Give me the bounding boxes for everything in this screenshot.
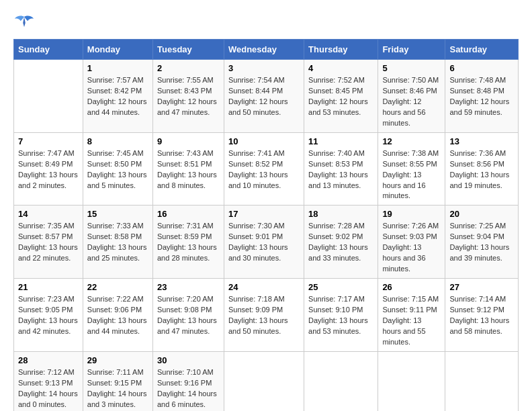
day-number: 2: [157, 63, 220, 73]
day-number: 22: [87, 282, 148, 292]
calendar-cell: 28Sunrise: 7:12 AMSunset: 9:13 PMDayligh…: [14, 351, 83, 411]
calendar-cell: [14, 60, 83, 133]
calendar-cell: 17Sunrise: 7:30 AMSunset: 9:01 PMDayligh…: [224, 205, 304, 279]
day-number: 7: [18, 136, 79, 146]
page-header: [13, 13, 519, 32]
calendar-cell: 8Sunrise: 7:45 AMSunset: 8:50 PMDaylight…: [83, 132, 152, 205]
calendar-cell: 30Sunrise: 7:10 AMSunset: 9:16 PMDayligh…: [153, 351, 224, 411]
day-info: Sunrise: 7:10 AMSunset: 9:16 PMDaylight:…: [157, 367, 220, 410]
week-row-1: 7Sunrise: 7:47 AMSunset: 8:49 PMDaylight…: [14, 132, 519, 205]
day-info: Sunrise: 7:17 AMSunset: 9:10 PMDaylight:…: [308, 294, 373, 337]
calendar-cell: 24Sunrise: 7:18 AMSunset: 9:09 PMDayligh…: [224, 279, 304, 352]
calendar-cell: 25Sunrise: 7:17 AMSunset: 9:10 PMDayligh…: [304, 279, 378, 352]
calendar-cell: 13Sunrise: 7:36 AMSunset: 8:56 PMDayligh…: [445, 132, 519, 205]
logo-icon: [13, 13, 35, 32]
day-number: 8: [87, 136, 148, 146]
day-number: 15: [87, 209, 148, 219]
day-number: 10: [228, 136, 300, 146]
day-number: 25: [308, 282, 373, 292]
calendar-cell: 11Sunrise: 7:40 AMSunset: 8:53 PMDayligh…: [304, 132, 378, 205]
day-number: 11: [308, 136, 373, 146]
week-row-0: 1Sunrise: 7:57 AMSunset: 8:42 PMDaylight…: [14, 60, 519, 133]
day-info: Sunrise: 7:35 AMSunset: 8:57 PMDaylight:…: [18, 221, 79, 264]
calendar-cell: 6Sunrise: 7:48 AMSunset: 8:48 PMDaylight…: [445, 60, 519, 133]
calendar-cell: 3Sunrise: 7:54 AMSunset: 8:44 PMDaylight…: [224, 60, 304, 133]
calendar-cell: [224, 351, 304, 411]
calendar-cell: 1Sunrise: 7:57 AMSunset: 8:42 PMDaylight…: [83, 60, 152, 133]
calendar-cell: 16Sunrise: 7:31 AMSunset: 8:59 PMDayligh…: [153, 205, 224, 279]
calendar-header: SundayMondayTuesdayWednesdayThursdayFrid…: [14, 40, 519, 60]
day-info: Sunrise: 7:36 AMSunset: 8:56 PMDaylight:…: [449, 148, 514, 191]
day-info: Sunrise: 7:28 AMSunset: 9:02 PMDaylight:…: [308, 221, 373, 264]
calendar-cell: 29Sunrise: 7:11 AMSunset: 9:15 PMDayligh…: [83, 351, 152, 411]
col-header-saturday: Saturday: [445, 40, 519, 60]
header-row: SundayMondayTuesdayWednesdayThursdayFrid…: [14, 40, 519, 60]
calendar-cell: 21Sunrise: 7:23 AMSunset: 9:05 PMDayligh…: [14, 279, 83, 352]
calendar-cell: 26Sunrise: 7:15 AMSunset: 9:11 PMDayligh…: [378, 279, 445, 352]
day-number: 4: [308, 63, 373, 73]
day-number: 9: [157, 136, 220, 146]
calendar-cell: 5Sunrise: 7:50 AMSunset: 8:46 PMDaylight…: [378, 60, 445, 133]
day-info: Sunrise: 7:14 AMSunset: 9:12 PMDaylight:…: [449, 294, 514, 337]
day-number: 14: [18, 209, 79, 219]
day-info: Sunrise: 7:18 AMSunset: 9:09 PMDaylight:…: [228, 294, 300, 337]
day-number: 21: [18, 282, 79, 292]
day-number: 27: [449, 282, 514, 292]
calendar-cell: 15Sunrise: 7:33 AMSunset: 8:58 PMDayligh…: [83, 205, 152, 279]
calendar-table: SundayMondayTuesdayWednesdayThursdayFrid…: [13, 39, 519, 411]
day-info: Sunrise: 7:31 AMSunset: 8:59 PMDaylight:…: [157, 221, 220, 264]
day-info: Sunrise: 7:54 AMSunset: 8:44 PMDaylight:…: [228, 75, 300, 118]
calendar-cell: 7Sunrise: 7:47 AMSunset: 8:49 PMDaylight…: [14, 132, 83, 205]
day-info: Sunrise: 7:38 AMSunset: 8:55 PMDaylight:…: [382, 148, 441, 202]
day-info: Sunrise: 7:33 AMSunset: 8:58 PMDaylight:…: [87, 221, 148, 264]
calendar-cell: [304, 351, 378, 411]
day-info: Sunrise: 7:57 AMSunset: 8:42 PMDaylight:…: [87, 75, 148, 118]
day-number: 18: [308, 209, 373, 219]
calendar-cell: 18Sunrise: 7:28 AMSunset: 9:02 PMDayligh…: [304, 205, 378, 279]
day-info: Sunrise: 7:15 AMSunset: 9:11 PMDaylight:…: [382, 294, 441, 348]
week-row-2: 14Sunrise: 7:35 AMSunset: 8:57 PMDayligh…: [14, 205, 519, 279]
day-info: Sunrise: 7:43 AMSunset: 8:51 PMDaylight:…: [157, 148, 220, 191]
day-number: 3: [228, 63, 300, 73]
calendar-cell: 10Sunrise: 7:41 AMSunset: 8:52 PMDayligh…: [224, 132, 304, 205]
day-info: Sunrise: 7:25 AMSunset: 9:04 PMDaylight:…: [449, 221, 514, 264]
calendar-cell: [445, 351, 519, 411]
day-info: Sunrise: 7:48 AMSunset: 8:48 PMDaylight:…: [449, 75, 514, 118]
day-info: Sunrise: 7:22 AMSunset: 9:06 PMDaylight:…: [87, 294, 148, 337]
day-info: Sunrise: 7:52 AMSunset: 8:45 PMDaylight:…: [308, 75, 373, 118]
day-info: Sunrise: 7:26 AMSunset: 9:03 PMDaylight:…: [382, 221, 441, 275]
calendar-cell: 4Sunrise: 7:52 AMSunset: 8:45 PMDaylight…: [304, 60, 378, 133]
day-number: 28: [18, 355, 79, 365]
col-header-thursday: Thursday: [304, 40, 378, 60]
col-header-wednesday: Wednesday: [224, 40, 304, 60]
day-info: Sunrise: 7:40 AMSunset: 8:53 PMDaylight:…: [308, 148, 373, 191]
day-number: 1: [87, 63, 148, 73]
day-info: Sunrise: 7:30 AMSunset: 9:01 PMDaylight:…: [228, 221, 300, 264]
calendar-cell: 19Sunrise: 7:26 AMSunset: 9:03 PMDayligh…: [378, 205, 445, 279]
day-info: Sunrise: 7:41 AMSunset: 8:52 PMDaylight:…: [228, 148, 300, 191]
day-number: 29: [87, 355, 148, 365]
calendar-cell: 2Sunrise: 7:55 AMSunset: 8:43 PMDaylight…: [153, 60, 224, 133]
day-info: Sunrise: 7:50 AMSunset: 8:46 PMDaylight:…: [382, 75, 441, 129]
col-header-monday: Monday: [83, 40, 152, 60]
calendar-body: 1Sunrise: 7:57 AMSunset: 8:42 PMDaylight…: [14, 60, 519, 412]
calendar-cell: 14Sunrise: 7:35 AMSunset: 8:57 PMDayligh…: [14, 205, 83, 279]
day-number: 19: [382, 209, 441, 219]
col-header-sunday: Sunday: [14, 40, 83, 60]
calendar-cell: 23Sunrise: 7:20 AMSunset: 9:08 PMDayligh…: [153, 279, 224, 352]
col-header-friday: Friday: [378, 40, 445, 60]
day-number: 13: [449, 136, 514, 146]
day-number: 23: [157, 282, 220, 292]
day-info: Sunrise: 7:45 AMSunset: 8:50 PMDaylight:…: [87, 148, 148, 191]
calendar-cell: 20Sunrise: 7:25 AMSunset: 9:04 PMDayligh…: [445, 205, 519, 279]
col-header-tuesday: Tuesday: [153, 40, 224, 60]
day-number: 6: [449, 63, 514, 73]
logo: [13, 13, 38, 32]
day-info: Sunrise: 7:12 AMSunset: 9:13 PMDaylight:…: [18, 367, 79, 410]
day-number: 24: [228, 282, 300, 292]
day-info: Sunrise: 7:55 AMSunset: 8:43 PMDaylight:…: [157, 75, 220, 118]
calendar-cell: 9Sunrise: 7:43 AMSunset: 8:51 PMDaylight…: [153, 132, 224, 205]
day-number: 12: [382, 136, 441, 146]
week-row-3: 21Sunrise: 7:23 AMSunset: 9:05 PMDayligh…: [14, 279, 519, 352]
calendar-cell: 27Sunrise: 7:14 AMSunset: 9:12 PMDayligh…: [445, 279, 519, 352]
